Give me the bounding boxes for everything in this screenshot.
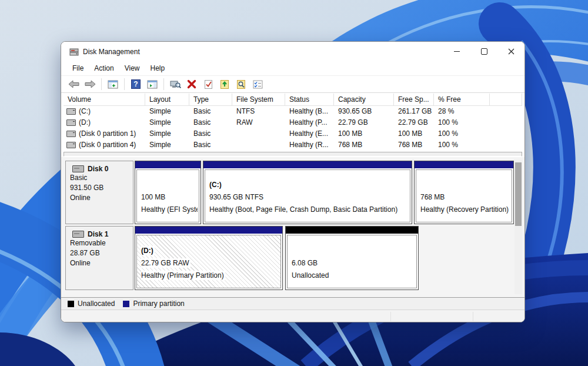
volume-icon [66, 119, 76, 126]
menu-action[interactable]: Action [89, 62, 119, 74]
legend-label: Primary partition [133, 300, 184, 308]
status-divider [390, 312, 391, 321]
volume-name: (Disk 0 partition 4) [79, 139, 136, 151]
volume-row-disk0-part1[interactable]: (Disk 0 partition 1) Simple Basic Health… [64, 128, 522, 139]
disk-name: Disk 1 [88, 230, 108, 238]
partition-color-bar [135, 227, 282, 234]
disk0-partition-c[interactable]: (C:) 930.65 GB NTFS Healthy (Boot, Page … [203, 161, 412, 224]
legend-primary-partition: Primary partition [123, 300, 184, 308]
delete-icon[interactable] [185, 78, 198, 91]
maximize-button[interactable] [470, 42, 497, 61]
folder-up-icon[interactable] [218, 78, 231, 91]
disk-kind: Basic [70, 173, 133, 183]
close-button[interactable] [497, 42, 524, 61]
disk-state: Online [70, 193, 133, 203]
cell-pct-free: 100 % [434, 139, 490, 151]
disk1-partition-d-selected[interactable]: (D:) 22.79 GB RAW Healthy (Primary Parti… [135, 226, 283, 290]
back-icon[interactable] [67, 78, 80, 91]
partition-label: (C:) [209, 179, 409, 191]
partition-size: 100 MB [141, 191, 198, 204]
volume-name: (D:) [79, 117, 91, 128]
close-icon [508, 48, 514, 55]
column-header-free-space[interactable]: Free Sp... [394, 94, 434, 106]
desktop: Disk Management File Action View Help [0, 0, 588, 366]
disk-management-window: Disk Management File Action View Help [61, 41, 525, 322]
partition-status: Healthy (Recovery Partition) [420, 204, 510, 216]
cell-pct-free: 100 % [434, 128, 490, 139]
volume-list: Volume Layout Type File System Status Ca… [64, 94, 522, 151]
volume-row-disk0-part4[interactable]: (Disk 0 partition 4) Simple Basic Health… [64, 139, 522, 151]
disk-state: Online [70, 258, 133, 268]
column-header-pct-free[interactable]: % Free [434, 94, 490, 106]
scrollbar-thumb[interactable] [515, 162, 522, 226]
console-tree-icon[interactable] [106, 78, 119, 91]
cell-layout: Simple [145, 106, 189, 117]
column-header-filler [490, 94, 522, 106]
forward-icon[interactable] [83, 78, 96, 91]
column-header-capacity[interactable]: Capacity [334, 94, 394, 106]
legend-label: Unallocated [78, 300, 115, 308]
disk-name: Disk 0 [88, 165, 108, 173]
checklist-icon[interactable] [251, 78, 264, 91]
graph-vertical-scrollbar[interactable] [514, 160, 522, 294]
column-header-type[interactable]: Type [189, 94, 232, 106]
column-header-layout[interactable]: Layout [145, 94, 189, 106]
list-graph-splitter[interactable] [64, 152, 522, 157]
window-title: Disk Management [83, 48, 140, 56]
column-header-status[interactable]: Status [285, 94, 334, 106]
disk-size: 931.50 GB [70, 183, 133, 193]
cell-capacity: 768 MB [334, 139, 394, 151]
disk1-row: Disk 1 Removable 28.87 GB Online (D:) 22… [61, 226, 524, 290]
volume-icon [66, 131, 76, 137]
partition-status: Healthy (Primary Partition) [141, 271, 225, 280]
disk-management-app-icon [69, 48, 79, 56]
cell-file-system: NTFS [232, 106, 285, 117]
toolbar: ? [61, 75, 524, 93]
disk0-info-panel[interactable]: Disk 0 Basic 931.50 GB Online [65, 161, 133, 224]
volume-row-d[interactable]: (D:) Simple Basic RAW Healthy (P... 22.7… [64, 117, 522, 128]
computer-search-icon[interactable] [169, 78, 182, 91]
partition-color-bar [415, 161, 513, 168]
action-pane-icon[interactable] [146, 78, 159, 91]
cell-free-space: 100 MB [394, 128, 434, 139]
folder-search-icon[interactable] [235, 78, 248, 91]
cell-type: Basic [189, 106, 232, 117]
column-header-volume[interactable]: Volume [64, 94, 145, 106]
properties-check-icon[interactable] [202, 78, 215, 91]
disk0-partition-efi[interactable]: 100 MB Healthy (EFI Syster [135, 161, 201, 224]
disk1-info-panel[interactable]: Disk 1 Removable 28.87 GB Online [65, 226, 133, 290]
cell-file-system [232, 139, 285, 151]
help-icon[interactable]: ? [129, 78, 142, 91]
toolbar-separator [101, 78, 102, 90]
cell-capacity: 930.65 GB [334, 106, 394, 117]
status-bar [61, 310, 524, 322]
unallocated-swatch-icon [68, 301, 74, 307]
cell-status: Healthy (P... [285, 117, 334, 128]
disk1-unallocated-space[interactable]: 6.08 GB Unallocated [285, 226, 419, 290]
volume-list-header: Volume Layout Type File System Status Ca… [64, 94, 522, 106]
disk0-partition-recovery[interactable]: 768 MB Healthy (Recovery Partition) [414, 161, 514, 224]
cell-capacity: 22.79 GB [334, 117, 394, 128]
column-header-file-system[interactable]: File System [232, 94, 285, 106]
partition-size: 930.65 GB NTFS [209, 191, 409, 204]
legend-bar: Unallocated Primary partition [61, 297, 524, 310]
partition-status: Healthy (EFI Syster [141, 204, 198, 216]
cell-layout: Simple [145, 139, 189, 151]
titlebar[interactable]: Disk Management [61, 42, 524, 61]
menu-file[interactable]: File [67, 62, 89, 74]
cell-free-space: 768 MB [394, 139, 434, 151]
toolbar-separator [163, 78, 164, 90]
menu-view[interactable]: View [119, 62, 145, 74]
partition-size: 22.79 GB RAW [141, 258, 191, 268]
cell-file-system: RAW [232, 117, 285, 128]
cell-free-space: 22.79 GB [394, 117, 434, 128]
cell-file-system [232, 128, 285, 139]
disk-icon [72, 231, 84, 238]
menu-help[interactable]: Help [145, 62, 171, 74]
disk-size: 28.87 GB [70, 248, 133, 258]
minimize-button[interactable] [443, 42, 470, 61]
partition-label [292, 245, 415, 257]
partition-size: 768 MB [420, 191, 510, 204]
partition-status: Healthy (Boot, Page File, Crash Dump, Ba… [209, 204, 409, 216]
volume-row-c[interactable]: (C:) Simple Basic NTFS Healthy (B... 930… [64, 106, 522, 117]
